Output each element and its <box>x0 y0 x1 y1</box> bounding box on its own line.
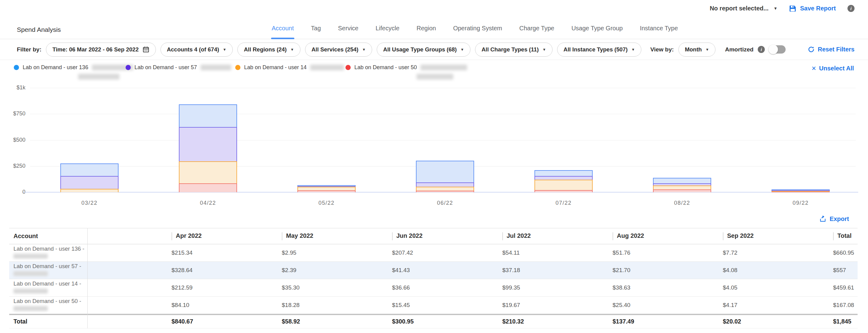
view-by-dropdown[interactable]: Month ▼ <box>678 42 715 57</box>
table-row[interactable]: Lab on Demand - user 50 -$84.10$18.28$15… <box>9 297 858 314</box>
amortized-toggle[interactable] <box>769 45 785 54</box>
column-header: Sep 2022 <box>719 232 829 240</box>
bar-segment[interactable] <box>298 187 355 190</box>
filter-pill[interactable]: All Charge Types (11)▼ <box>475 42 553 57</box>
stacked-bar-03/22[interactable] <box>60 163 119 192</box>
reset-filters-button[interactable]: Reset Filters <box>808 46 855 53</box>
filter-pill[interactable]: Accounts 4 (of 674)▼ <box>160 42 233 57</box>
bar-segment[interactable] <box>179 104 237 127</box>
legend-item[interactable]: Lab on Demand - user 14 <box>235 64 344 71</box>
total-value-cell: $210.32 <box>499 318 609 325</box>
stacked-bar-09/22[interactable] <box>772 190 830 192</box>
redacted-text <box>13 254 48 259</box>
tab-account[interactable]: Account <box>271 25 294 39</box>
value-cell: $38.63 <box>609 284 719 291</box>
bar-segment[interactable] <box>653 190 711 192</box>
table-row[interactable]: Lab on Demand - user 136 -$215.34$2.95$2… <box>9 244 858 262</box>
bar-segment[interactable] <box>416 161 474 182</box>
bar-segment[interactable] <box>298 190 355 192</box>
bar-segment[interactable] <box>60 189 119 192</box>
bar-segment[interactable] <box>60 163 119 176</box>
stacked-bar-08/22[interactable] <box>653 178 711 192</box>
filter-pill-label: All Charge Types (11) <box>482 46 539 53</box>
chevron-down-icon: ▼ <box>542 48 546 52</box>
stacked-bar-05/22[interactable] <box>298 185 355 192</box>
value-cell: $660.95 <box>829 249 858 256</box>
value-cell: $7.72 <box>719 249 829 256</box>
tab-service[interactable]: Service <box>338 25 359 39</box>
bar-segment[interactable] <box>416 187 474 191</box>
legend-item[interactable]: Lab on Demand - user 136 <box>14 64 133 81</box>
table-row[interactable]: Lab on Demand - user 14 -$212.59$35.30$3… <box>9 279 858 297</box>
filter-pill[interactable]: All Services (254)▼ <box>305 42 372 57</box>
gridline <box>30 140 856 140</box>
value-cell: $54.11 <box>499 249 609 256</box>
info-icon[interactable]: i <box>758 46 765 53</box>
total-value-cell: $20.02 <box>719 318 829 325</box>
chevron-down-icon: ▼ <box>290 48 294 52</box>
column-header: Jul 2022 <box>499 232 609 240</box>
value-cell: $557 <box>829 267 858 274</box>
filter-pill[interactable]: All Usage Type Groups (68)▼ <box>377 42 470 57</box>
legend-dot-icon <box>126 65 131 70</box>
bar-segment[interactable] <box>179 161 237 183</box>
account-name: Lab on Demand - user 57 - <box>13 263 168 270</box>
stacked-bar-06/22[interactable] <box>416 161 474 192</box>
bar-segment[interactable] <box>60 176 119 189</box>
tab-instance-type[interactable]: Instance Type <box>639 25 678 39</box>
table-row[interactable]: Lab on Demand - user 57 -$328.64$2.39$41… <box>9 262 858 279</box>
bar-segment[interactable] <box>534 190 593 192</box>
tab-region[interactable]: Region <box>416 25 436 39</box>
bar-segment[interactable] <box>179 127 237 161</box>
value-cell: $167.08 <box>829 302 858 308</box>
bar-segment[interactable] <box>416 191 474 192</box>
export-row: Export <box>0 210 868 228</box>
x-axis-label: 04/22 <box>187 200 229 206</box>
tab-tag[interactable]: Tag <box>310 25 321 39</box>
total-value-cell: $58.92 <box>278 318 389 325</box>
value-cell: $37.18 <box>499 267 609 274</box>
account-cell: Lab on Demand - user 57 - <box>9 263 168 278</box>
legend-label: Lab on Demand - user 57 <box>134 64 197 71</box>
account-name: Lab on Demand - user 14 - <box>13 280 168 288</box>
tab-charge-type[interactable]: Charge Type <box>519 25 555 39</box>
filter-pill[interactable]: All Instance Types (507)▼ <box>557 42 641 57</box>
tab-lifecycle[interactable]: Lifecycle <box>375 25 400 39</box>
redacted-text <box>416 74 453 79</box>
y-axis-label: $1k <box>2 85 25 91</box>
filter-pill-label: All Usage Type Groups (68) <box>383 46 457 53</box>
value-cell: $2.39 <box>278 267 389 274</box>
save-report-button[interactable]: Save Report <box>789 5 836 12</box>
bar-segment[interactable] <box>534 170 593 176</box>
tab-usage-type-group[interactable]: Usage Type Group <box>571 25 624 39</box>
legend-item[interactable]: Lab on Demand - user 50 <box>345 64 467 81</box>
value-cell: $36.66 <box>389 284 499 291</box>
tab-operating-system[interactable]: Operating System <box>453 25 503 39</box>
unselect-all-button[interactable]: ✕ Unselect All <box>811 65 854 72</box>
legend-item[interactable]: Lab on Demand - user 57 <box>126 64 231 71</box>
chevron-down-icon: ▼ <box>705 48 709 52</box>
filter-pills: Accounts 4 (of 674)▼All Regions (24)▼All… <box>160 42 641 57</box>
legend-dot-icon <box>14 65 19 70</box>
bar-segment[interactable] <box>179 183 237 192</box>
report-selector-dropdown[interactable]: No report selected... ▼ <box>710 5 777 12</box>
bar-segment[interactable] <box>534 180 593 190</box>
bar-segment[interactable] <box>653 183 711 186</box>
bar-segment[interactable] <box>534 176 593 180</box>
stacked-bar-07/22[interactable] <box>534 170 593 192</box>
bar-segment[interactable] <box>416 182 474 187</box>
value-cell: $41.43 <box>389 267 499 274</box>
export-button[interactable]: Export <box>819 215 849 223</box>
redacted-text <box>421 65 467 70</box>
unselect-all-label: Unselect All <box>819 65 854 72</box>
bar-segment[interactable] <box>653 178 711 183</box>
bar-segment[interactable] <box>772 192 830 192</box>
bar-segment[interactable] <box>653 186 711 190</box>
stacked-bar-04/22[interactable] <box>179 104 237 192</box>
redacted-text <box>13 289 48 294</box>
value-cell: $25.40 <box>609 302 719 308</box>
time-filter-pill[interactable]: Time: 06 Mar 2022 - 06 Sep 2022 <box>46 42 156 57</box>
column-header: Aug 2022 <box>609 232 719 240</box>
info-icon[interactable]: i <box>847 5 855 12</box>
filter-pill[interactable]: All Regions (24)▼ <box>237 42 301 57</box>
